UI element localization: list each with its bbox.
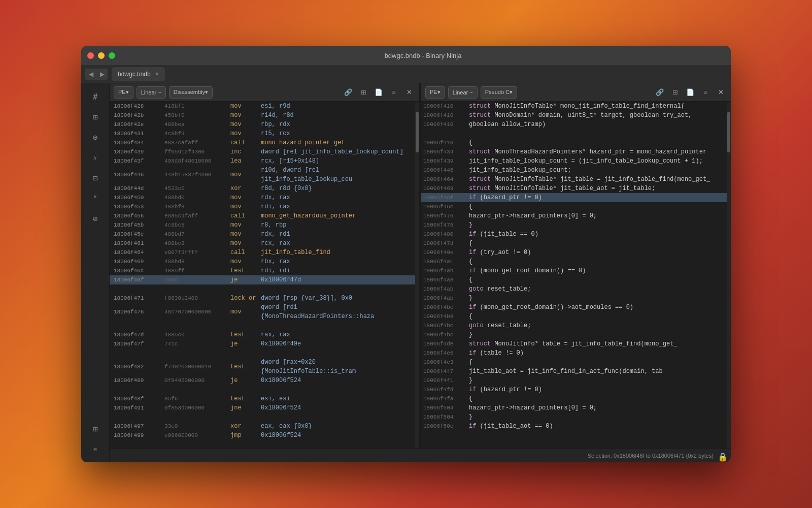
disasm-row[interactable] bbox=[110, 412, 415, 422]
pseudo-row[interactable]: 18006f464 struct MonoJitInfoTable* jit_t… bbox=[421, 175, 727, 184]
pseudo-row[interactable]: 18006f4bc } bbox=[421, 330, 727, 339]
pseudo-row[interactable]: 18006f4ab } bbox=[421, 294, 727, 303]
right-pseudo-content[interactable]: 18006f410struct MonoJitInfoTable* mono_j… bbox=[421, 102, 727, 448]
pseudo-row[interactable]: 18006f446 jit_info_table_lookup_count; bbox=[421, 166, 727, 175]
left-disasm-content[interactable]: 18006f428418bf1movesi, r9d18006f42b458bf… bbox=[110, 102, 415, 448]
right-close-icon[interactable]: ✕ bbox=[715, 86, 727, 99]
pseudo-row[interactable]: 18006f4ab if (mono_get_root_domain() == … bbox=[421, 266, 727, 275]
pseudo-row[interactable]: 18006f476 hazard_ptr->hazard_pointers[0]… bbox=[421, 211, 727, 220]
pseudo-row[interactable]: 18006f476 } bbox=[421, 220, 727, 230]
pseudo-row[interactable]: 18006f439 jit_info_table_lookup_count = … bbox=[421, 156, 727, 166]
disasm-row[interactable]: 18006f48f85f6testesi, esi bbox=[110, 394, 415, 403]
tab-forward-button[interactable]: ▶ bbox=[96, 69, 108, 80]
pseudo-row[interactable]: 18006f469 struct MonoJitInfoTable* jit_t… bbox=[421, 184, 727, 193]
disasm-row[interactable]: 18006f428418bf1movesi, r9d bbox=[110, 102, 415, 111]
left-scrollbar-thumb[interactable] bbox=[416, 112, 419, 152]
right-grid-icon[interactable]: ⊞ bbox=[669, 86, 681, 99]
maximize-button[interactable] bbox=[109, 52, 115, 59]
disasm-row[interactable]: 18006f456e8a5c9faffcallmono_get_hazardou… bbox=[110, 211, 415, 220]
pseudo-row[interactable]: 18006f50e if (jit_table_aot == 0) bbox=[421, 422, 727, 431]
pseudo-row[interactable]: 18006f4e6 if (table != 0) bbox=[421, 348, 727, 358]
pseudo-row[interactable]: 18006f46c { bbox=[421, 202, 727, 211]
tab-close-icon[interactable]: ✕ bbox=[155, 71, 159, 77]
sidebar-icon-plugin[interactable]: ⊕ bbox=[86, 128, 105, 146]
disasm-row[interactable]: 18006f4910f858d000000jne0x18006f524 bbox=[110, 403, 415, 412]
sidebar-icon-copy[interactable]: ⊞ bbox=[86, 420, 105, 438]
right-pseudo-button[interactable]: Pseudo C▾ bbox=[481, 86, 517, 99]
sidebar-icon-quote[interactable]: " bbox=[86, 189, 105, 207]
right-file-icon[interactable]: 📄 bbox=[684, 86, 696, 99]
left-disassembly-button[interactable]: Disassembly▾ bbox=[169, 86, 213, 99]
pseudo-row[interactable]: 18006f46f if (hazard_ptr != 0) bbox=[421, 193, 727, 202]
disasm-row[interactable]: 18006f499e986000000jmp0x18006f524 bbox=[110, 431, 415, 440]
sidebar-icon-text[interactable]: x bbox=[86, 148, 105, 167]
pseudo-row[interactable] bbox=[421, 129, 727, 138]
pseudo-row[interactable]: 18006f480 if (jit_table == 0) bbox=[421, 230, 727, 239]
left-menu-icon[interactable]: ≡ bbox=[388, 86, 400, 99]
pseudo-row[interactable]: 18006f49e if (try_aot != 0) bbox=[421, 248, 727, 257]
right-menu-icon[interactable]: ≡ bbox=[699, 86, 712, 99]
pseudo-row[interactable]: 18006f4de struct MonoJitInfo* table = ji… bbox=[421, 339, 727, 348]
close-button[interactable] bbox=[87, 52, 94, 59]
disasm-row[interactable]: 18006f47f741cje0x18006f49e bbox=[110, 339, 415, 348]
left-grid-icon[interactable]: ⊞ bbox=[357, 86, 369, 99]
left-pe-button[interactable]: PE▾ bbox=[114, 86, 133, 99]
right-link-icon[interactable]: 🔗 bbox=[654, 86, 666, 99]
disasm-row[interactable]: 18006f464e807f3ffffcalljit_info_table_fi… bbox=[110, 248, 415, 257]
right-linear-button[interactable]: Linear ~ bbox=[448, 86, 478, 99]
disasm-row[interactable]: 18006f42e488beamovrbp, rdx bbox=[110, 120, 415, 129]
disasm-row[interactable] bbox=[110, 284, 415, 294]
pseudo-row[interactable]: 18006f4bc goto reset_table; bbox=[421, 321, 727, 330]
disasm-row[interactable] bbox=[110, 440, 415, 448]
right-scrollbar-thumb[interactable] bbox=[727, 112, 730, 152]
sidebar-icon-hash[interactable]: # bbox=[86, 87, 105, 106]
disasm-row[interactable]: 18006f453488bf8movrdi, rax bbox=[110, 202, 415, 211]
pseudo-row[interactable]: 18006f4e3 { bbox=[421, 358, 727, 367]
pseudo-row[interactable]: 18006f47d { bbox=[421, 239, 727, 248]
sidebar-icon-connect[interactable]: ⊟ bbox=[86, 440, 105, 458]
disasm-row[interactable]: 18006f439ff05912f4300incdword [rel jit_i… bbox=[110, 147, 415, 156]
pseudo-row[interactable]: 18006f4f1 } bbox=[421, 376, 727, 385]
disasm-row[interactable]: 18006f47648c70700000000movqword [rdi {Mo… bbox=[110, 303, 415, 321]
pseudo-row[interactable]: 18006f4f7 jit_table_aot = jit_info_find_… bbox=[421, 367, 727, 376]
pseudo-row[interactable]: 18006f504 hazard_ptr->hazard_pointers[0]… bbox=[421, 403, 727, 412]
pseudo-row[interactable]: 18006f434 struct MonoThreadHazardPointer… bbox=[421, 147, 727, 156]
disasm-row[interactable]: 18006f4314c8bf9movr15, rcx bbox=[110, 129, 415, 138]
disasm-row[interactable]: 18006f434e887cafaffcallmono_hazard_point… bbox=[110, 138, 415, 147]
sidebar-icon-grid[interactable]: ⊞ bbox=[86, 108, 105, 126]
left-close-icon[interactable]: ✕ bbox=[403, 86, 415, 99]
pseudo-row[interactable]: 18006f4bc if (mono_get_root_domain()->ao… bbox=[421, 303, 727, 312]
disasm-row[interactable]: 18006f43f498d8f48010000learcx, [r15+0x14… bbox=[110, 156, 415, 166]
pseudo-row[interactable]: 18006f4ab goto reset_table; bbox=[421, 284, 727, 294]
sidebar-icon-tag[interactable]: ⊘ bbox=[86, 209, 105, 228]
disasm-row[interactable]: 18006f47d4885c0testrax, rax bbox=[110, 330, 415, 339]
disasm-row[interactable]: 18006f482f7402000000010testdword [rax+0x… bbox=[110, 358, 415, 376]
pseudo-row[interactable]: 18006f410struct MonoJitInfoTable* mono_j… bbox=[421, 102, 727, 111]
disasm-row[interactable]: 18006f44d4533c0xorr8d, r8d {0x0} bbox=[110, 184, 415, 193]
disasm-row[interactable]: 18006f42b458bf0movr14d, r8d bbox=[110, 111, 415, 120]
sidebar-icon-layers[interactable]: ⊟ bbox=[86, 169, 105, 187]
disasm-row[interactable]: 18006f46c4885fftestrdi, rdi bbox=[110, 266, 415, 275]
disasm-row[interactable]: 18006f450488bd0movrdx, rax bbox=[110, 193, 415, 202]
pseudo-row[interactable]: 18006f4a1 { bbox=[421, 257, 727, 266]
disasm-row[interactable] bbox=[110, 385, 415, 394]
disasm-row[interactable] bbox=[110, 348, 415, 358]
pseudo-row[interactable]: 18006f4b9 { bbox=[421, 312, 727, 321]
left-file-icon[interactable]: 📄 bbox=[373, 86, 385, 99]
left-v-scrollbar[interactable] bbox=[415, 102, 419, 448]
disasm-row[interactable]: 18006f4890f8495000000je0x18006f524 bbox=[110, 376, 415, 385]
tab-bdwgc[interactable]: bdwgc.bndb ✕ bbox=[112, 67, 165, 81]
disasm-row[interactable]: 18006f49733c0xoreax, eax {0x0} bbox=[110, 422, 415, 431]
disasm-row[interactable]: 18006f469488bd8movrbx, rax bbox=[110, 257, 415, 266]
pseudo-row[interactable]: 18006f4fd if (hazard_ptr != 0) bbox=[421, 385, 727, 394]
pseudo-row[interactable]: 18006f504 } bbox=[421, 412, 727, 422]
pseudo-row[interactable]: 18006f4a8 { bbox=[421, 275, 727, 284]
pseudo-row[interactable]: 18006f410 gboolean allow_tramp) bbox=[421, 120, 727, 129]
pseudo-row[interactable]: 18006f410{ bbox=[421, 138, 727, 147]
disasm-row[interactable]: 18006f46f740cje0x18006f47d bbox=[110, 275, 415, 284]
disasm-row[interactable]: 18006f45e488bd7movrdx, rdi bbox=[110, 230, 415, 239]
minimize-button[interactable] bbox=[98, 52, 105, 59]
disasm-row[interactable]: 18006f461488bc8movrcx, rax bbox=[110, 239, 415, 248]
left-linear-button[interactable]: Linear ~ bbox=[137, 86, 166, 99]
disasm-row[interactable]: 18006f471f0830c2400lock ordword [rsp {va… bbox=[110, 294, 415, 303]
